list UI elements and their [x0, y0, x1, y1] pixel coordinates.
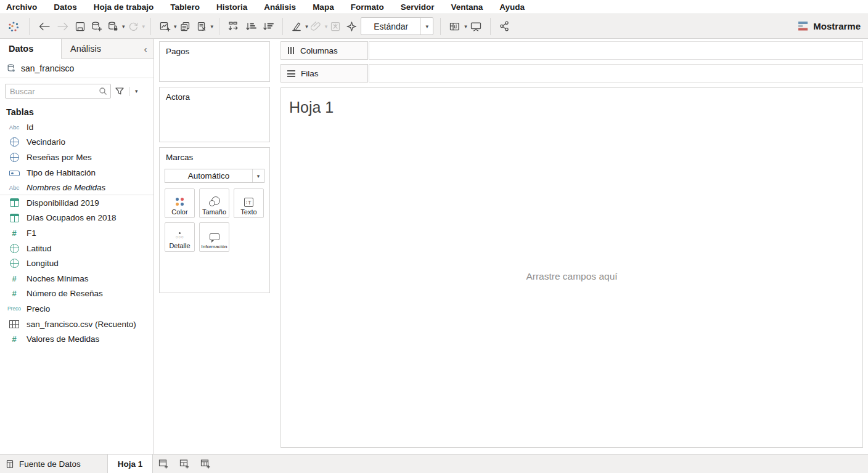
field-row[interactable]: Número de Reseñas	[0, 286, 154, 302]
field-label: Número de Reseñas	[27, 289, 103, 298]
mark-button-label: Color	[171, 208, 187, 216]
clear-sheet-icon[interactable]	[194, 17, 210, 36]
menu-item[interactable]: Archivo	[6, 2, 37, 12]
marks-card-title: Marcas	[160, 148, 269, 162]
new-worksheet-tab-icon[interactable]	[153, 455, 174, 473]
data-source-tab[interactable]: Fuente de Datos	[0, 455, 90, 473]
sheet-canvas[interactable]: Hoja 1 Arrastre campos aquí	[280, 87, 863, 448]
toolbar-separator	[219, 18, 219, 35]
fit-selector-caret-icon[interactable]: ▾	[420, 18, 433, 34]
fit-selector-value: Estándar	[361, 22, 420, 31]
pause-updates-icon[interactable]	[105, 17, 121, 36]
menu-item[interactable]: Ventana	[451, 2, 483, 12]
mark-button-icon	[209, 232, 219, 243]
columns-shelf-droparea[interactable]	[369, 41, 863, 60]
field-label: Tipo de Habitación	[27, 168, 96, 177]
search-input[interactable]	[5, 84, 111, 99]
new-dashboard-tab-icon[interactable]	[174, 455, 195, 473]
presentation-mode-icon[interactable]	[467, 17, 485, 36]
sort-descending-icon[interactable]	[260, 17, 277, 36]
marks-button[interactable]: Tamaño	[199, 188, 229, 218]
field-row[interactable]: Longitud	[0, 256, 154, 271]
undo-icon[interactable]	[35, 17, 54, 36]
field-type-icon	[6, 152, 22, 163]
field-type-icon	[6, 182, 22, 193]
menu-item[interactable]: Hoja de trabajo	[94, 2, 154, 12]
show-cards-icon[interactable]	[446, 17, 464, 36]
menu-item[interactable]: Datos	[54, 2, 77, 12]
field-row[interactable]: Reseñas por Mes	[0, 150, 154, 165]
sheet-tab-label: Hoja 1	[118, 459, 143, 469]
field-row[interactable]: Tipo de Habitación	[0, 165, 154, 180]
datasource-item[interactable]: san_francisco	[0, 59, 154, 78]
main-area: Datos Análisis ‹ san_francisco	[0, 39, 868, 454]
field-list-options-caret-icon[interactable]: ▾	[135, 88, 138, 94]
toolbar-separator	[150, 18, 151, 35]
field-row[interactable]: Latitud	[0, 241, 154, 256]
sheet-tab-hoja1[interactable]: Hoja 1	[107, 455, 154, 473]
field-row[interactable]: Noches Mínimas	[0, 271, 154, 286]
mark-button-icon	[209, 196, 219, 207]
filter-fields-icon[interactable]	[114, 86, 125, 97]
sheet-tab-bar: Fuente de Datos Hoja 1	[0, 454, 868, 473]
field-row[interactable]: Nombres de Medidas	[0, 180, 154, 195]
duplicate-sheet-icon[interactable]	[177, 17, 194, 36]
field-row[interactable]: F1	[0, 225, 154, 241]
menu-item[interactable]: Análisis	[264, 2, 296, 12]
field-label: Valores de Medidas	[27, 334, 99, 344]
show-me-button[interactable]: Mostrarme	[798, 21, 861, 31]
toolbar-separator	[282, 18, 283, 35]
menu-item[interactable]: Tablero	[170, 2, 200, 12]
save-icon[interactable]	[72, 17, 88, 36]
new-story-tab-icon[interactable]	[195, 455, 216, 473]
field-label: Vecindario	[27, 137, 65, 147]
mark-button-icon	[174, 230, 185, 241]
field-row[interactable]: san_francisco.csv (Recuento)	[0, 317, 154, 332]
tab-datos[interactable]: Datos	[0, 39, 62, 59]
pages-shelf[interactable]: Pagos	[159, 41, 270, 82]
menu-item[interactable]: Mapa	[313, 2, 334, 12]
swap-axes-icon[interactable]	[225, 17, 242, 36]
new-worksheet-icon[interactable]	[157, 17, 173, 36]
field-row[interactable]: Id	[0, 119, 154, 135]
toolbar-separator	[440, 18, 441, 35]
tab-analisis[interactable]: Análisis	[62, 39, 137, 59]
filters-shelf[interactable]: Actora	[159, 87, 270, 142]
menu-item[interactable]: Ayuda	[499, 2, 525, 12]
field-type-icon	[6, 318, 22, 329]
tableau-logo-icon	[4, 17, 23, 36]
collapse-pane-icon[interactable]: ‹	[137, 39, 154, 59]
field-row[interactable]: Valores de Medidas	[0, 331, 154, 347]
tables-section-title: Tablas	[0, 102, 154, 119]
clear-sheet-caret-icon[interactable]: ▾	[211, 23, 214, 30]
columns-shelf-label: Columnas	[300, 46, 338, 55]
marks-card: Marcas Automático ▾ Color Tamaño	[159, 147, 270, 293]
mark-type-caret-icon[interactable]: ▾	[252, 169, 264, 182]
mark-button-label: Texto	[240, 208, 256, 216]
new-data-source-icon[interactable]	[88, 17, 105, 36]
share-icon[interactable]	[496, 17, 513, 36]
rows-icon	[287, 70, 295, 77]
mark-type-dropdown[interactable]: Automático ▾	[165, 169, 264, 183]
rows-shelf-droparea[interactable]	[369, 64, 863, 83]
highlight-icon[interactable]	[289, 17, 305, 36]
field-row[interactable]: Días Ocupados en 2018	[0, 211, 154, 226]
menu-item[interactable]: Historia	[216, 2, 247, 12]
field-row[interactable]: Vecindario	[0, 135, 154, 150]
menu-item[interactable]: Servidor	[401, 2, 435, 12]
field-row[interactable]: Precio	[0, 301, 154, 317]
field-label: Noches Mínimas	[27, 274, 89, 283]
field-row[interactable]: Disponibilidad 2019	[0, 195, 154, 211]
field-label: Id	[27, 123, 33, 132]
fix-axes-icon[interactable]	[343, 17, 359, 36]
menu-item[interactable]: Formato	[351, 2, 384, 12]
marks-button[interactable]: Información	[199, 222, 229, 252]
marks-button[interactable]: Detalle	[165, 222, 195, 252]
marks-button[interactable]: Color	[165, 188, 195, 218]
drop-fields-hint: Arrastre campos aquí	[281, 271, 862, 282]
fit-selector[interactable]: Estándar ▾	[361, 17, 433, 35]
mark-button-label: Tamaño	[202, 208, 226, 216]
mark-button-icon	[174, 196, 185, 207]
marks-button[interactable]: Texto	[234, 188, 264, 218]
sort-ascending-icon[interactable]	[242, 17, 260, 36]
